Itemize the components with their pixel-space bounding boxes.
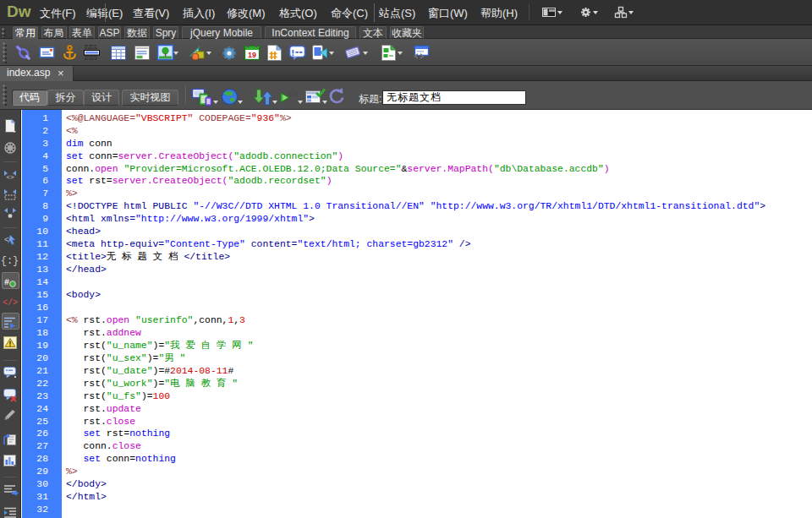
svg-text:<>: <> xyxy=(6,173,14,181)
svg-text:{:}: {:} xyxy=(1,255,19,267)
svg-text:</>: </> xyxy=(3,298,18,308)
svg-text:19: 19 xyxy=(248,51,256,59)
svg-text:#: # xyxy=(4,278,9,287)
